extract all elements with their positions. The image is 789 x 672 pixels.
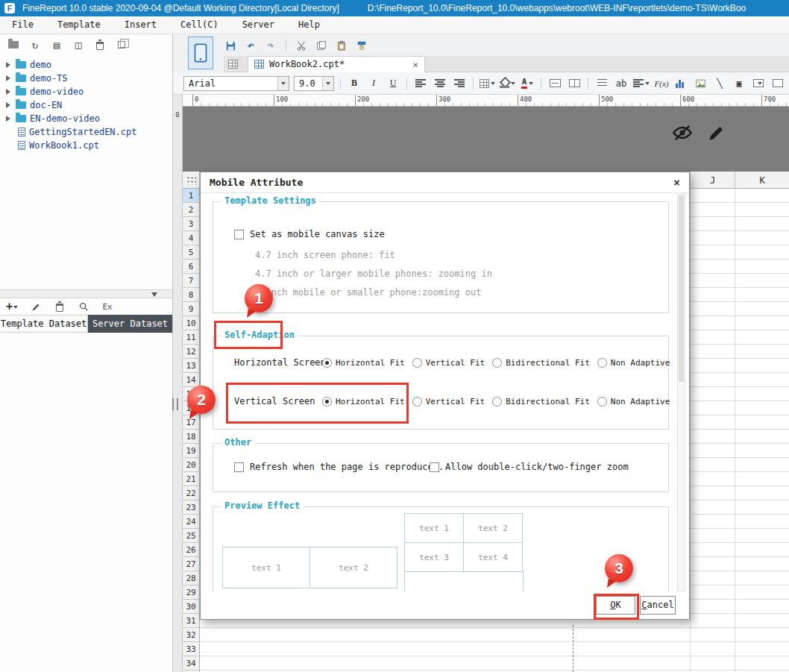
row-header[interactable]: 22	[183, 486, 199, 500]
row-header[interactable]: 13	[183, 359, 199, 373]
menu-item[interactable]: File	[0, 16, 45, 34]
tab-close-icon[interactable]: ×	[412, 59, 418, 70]
dropdown-icon[interactable]	[529, 82, 533, 87]
save-button[interactable]	[224, 39, 237, 52]
expand-arrow-icon[interactable]	[6, 116, 13, 122]
wrap-text-button[interactable]	[633, 76, 650, 91]
expand-arrow-icon[interactable]	[6, 102, 13, 108]
font-size-select[interactable]: 9.0	[294, 76, 334, 91]
row-header[interactable]: 32	[183, 628, 199, 642]
mobile-preview-button[interactable]	[188, 37, 213, 69]
row-header[interactable]: 18	[183, 430, 199, 444]
line-button[interactable]: ╲	[712, 76, 727, 91]
row-header[interactable]: 9	[183, 302, 199, 316]
expand-arrow-icon[interactable]	[6, 62, 13, 68]
more-button[interactable]	[770, 76, 785, 91]
column-header-j[interactable]: J	[690, 172, 735, 189]
row-header[interactable]: 34	[183, 656, 199, 671]
widget-button[interactable]: ▣	[732, 76, 746, 91]
row-header[interactable]: 24	[183, 515, 199, 529]
preview-dataset-icon[interactable]	[78, 301, 89, 313]
add-dataset-button[interactable]: +	[6, 300, 18, 313]
font-name-select[interactable]: Arial	[183, 76, 289, 91]
image-button[interactable]	[693, 76, 708, 91]
template-view-icon[interactable]: ▤	[51, 39, 63, 51]
document-tab-active[interactable]: WorkBook2.cpt* ×	[248, 56, 425, 72]
radio-option[interactable]: Non Adaptive	[597, 397, 670, 406]
copy-button[interactable]	[315, 39, 328, 52]
dialog-close-icon[interactable]: ×	[673, 176, 680, 189]
paste-button[interactable]	[335, 39, 348, 52]
tree-folder[interactable]: EN-demo-video	[0, 112, 172, 125]
canvas-size-checkbox[interactable]: Set as mobile canvas size	[234, 229, 385, 239]
row-header[interactable]: 30	[183, 600, 199, 614]
chart-button[interactable]	[673, 76, 688, 91]
dropdown-icon[interactable]	[491, 82, 495, 87]
radio-option[interactable]: Bidirectional Fit	[492, 358, 590, 368]
refresh-icon[interactable]: ↻	[29, 39, 41, 51]
row-header[interactable]: 11	[183, 330, 199, 345]
edit-pane-button[interactable]	[705, 122, 728, 144]
row-header[interactable]: 27	[183, 557, 199, 571]
row-header[interactable]: 21	[183, 472, 199, 486]
copy-icon[interactable]	[116, 39, 128, 51]
row-header[interactable]: 6	[183, 260, 199, 274]
fill-color-button[interactable]	[500, 76, 515, 91]
new-folder-icon[interactable]	[7, 39, 19, 51]
radio-option[interactable]: Bidirectional Fit	[492, 397, 590, 406]
edit-dataset-icon[interactable]	[30, 301, 42, 313]
row-header[interactable]: 14	[183, 373, 199, 387]
conditional-format-button[interactable]	[594, 76, 609, 91]
dialog-scrollbar[interactable]	[677, 194, 685, 591]
tree-folder[interactable]: demo-video	[0, 85, 172, 98]
redo-button[interactable]: ↷	[264, 39, 277, 52]
tree-folder[interactable]: demo-TS	[0, 72, 172, 85]
zoom-checkbox[interactable]: Allow double-click/two-finger zoom	[430, 462, 629, 472]
row-header[interactable]: 29	[183, 585, 199, 600]
combobox-widget-button[interactable]	[751, 76, 766, 91]
bold-button[interactable]: B	[347, 76, 362, 91]
align-left-button[interactable]	[413, 76, 428, 91]
format-painter-button[interactable]	[355, 39, 368, 52]
row-header[interactable]: 7	[183, 274, 199, 288]
select-all-corner[interactable]	[183, 172, 200, 189]
formula-button[interactable]: F(x)	[654, 76, 669, 91]
row-header[interactable]: 28	[183, 571, 199, 585]
tab-template-dataset[interactable]: Template Dataset	[0, 315, 88, 333]
undo-button[interactable]: ↶	[244, 39, 257, 52]
borders-button[interactable]	[480, 76, 495, 91]
panel-icon[interactable]: ◫	[72, 39, 84, 51]
text-widget-button[interactable]: ab	[614, 76, 629, 91]
tree-file[interactable]: GettingStartedEN.cpt	[0, 125, 172, 139]
dropdown-icon[interactable]	[322, 77, 333, 90]
menu-item[interactable]: Template	[45, 16, 113, 34]
dropdown-icon[interactable]	[511, 82, 515, 87]
menu-item[interactable]: Help	[286, 16, 332, 34]
batch-esd-icon[interactable]: Ex	[101, 301, 113, 313]
refresh-checkbox[interactable]: Refresh when the page is reproduced.	[234, 462, 444, 472]
hide-pane-button[interactable]	[671, 122, 694, 144]
panel-splitter[interactable]	[0, 289, 172, 298]
tree-folder[interactable]: demo	[0, 58, 172, 72]
row-header[interactable]: 19	[183, 444, 199, 458]
delete-dataset-icon[interactable]	[54, 301, 66, 313]
menu-item[interactable]: Insert	[113, 16, 169, 34]
row-header[interactable]: 25	[183, 529, 199, 543]
radio-option[interactable]: Vertical Fit	[412, 358, 485, 368]
row-header[interactable]: 4	[183, 231, 199, 245]
cancel-button[interactable]: Cancel	[640, 596, 676, 615]
split-cells-button[interactable]	[567, 76, 582, 91]
row-header[interactable]: 20	[183, 458, 199, 472]
splitter-handle[interactable]	[172, 398, 178, 410]
sheet-list-button[interactable]	[224, 56, 242, 72]
row-header[interactable]: 1	[183, 189, 199, 203]
dialog-title-bar[interactable]: Mobile Attribute ×	[201, 172, 689, 193]
radio-option[interactable]: Vertical Fit	[412, 397, 485, 406]
row-header[interactable]: 10	[183, 316, 199, 330]
align-right-button[interactable]	[452, 76, 467, 91]
underline-button[interactable]: U	[386, 76, 400, 91]
row-header[interactable]: 33	[183, 642, 199, 656]
radio-option[interactable]: Horizontal Fit	[322, 358, 405, 368]
italic-button[interactable]: I	[366, 76, 381, 91]
row-header[interactable]: 3	[183, 217, 199, 231]
